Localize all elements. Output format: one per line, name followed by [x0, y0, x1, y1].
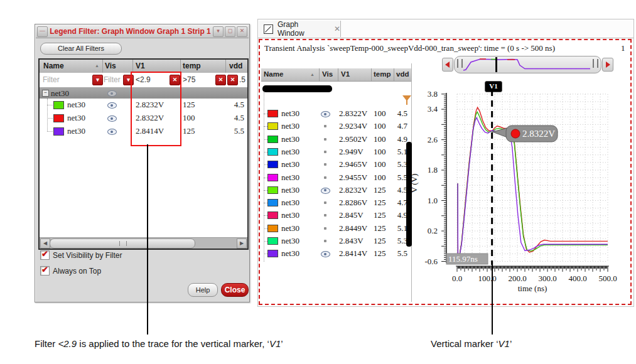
trace-color-swatch: [267, 174, 278, 181]
legend-row[interactable]: net302.8414V1255.5: [261, 247, 410, 260]
visibility-dot-icon[interactable]: [324, 240, 326, 242]
trace-name: net30: [281, 109, 299, 119]
svg-text:2.8322V: 2.8322V: [522, 129, 555, 139]
trace-name: net30: [281, 236, 299, 246]
legend-row[interactable]: net302.8232V1254.5: [261, 184, 410, 196]
vis-filter-input[interactable]: Filter: [104, 75, 121, 84]
visibility-eye-icon[interactable]: [321, 188, 330, 194]
legend-col-name[interactable]: Name: [264, 70, 283, 78]
vdd-filter-clear-icon[interactable]: ✕: [227, 75, 238, 85]
window-menu-icon[interactable]: —: [37, 26, 48, 37]
legend-col-vdd[interactable]: vdd: [396, 70, 409, 78]
maximize-icon[interactable]: ◻: [225, 26, 235, 37]
pan-right-grip[interactable]: [593, 59, 598, 68]
always-on-top-checkbox[interactable]: [40, 266, 50, 276]
vdd-value: 5.5: [394, 173, 407, 183]
visibility-eye-icon[interactable]: [107, 115, 117, 122]
clear-all-filters-button[interactable]: Clear All Filters: [40, 43, 122, 55]
set-visibility-checkbox[interactable]: [40, 250, 50, 260]
screen: — Legend Filter: Graph Window Graph 1 St…: [0, 0, 636, 364]
tab-close-icon[interactable]: ✕: [334, 24, 340, 33]
trace-name: net30: [281, 159, 299, 169]
v1-value: 2.8414V: [339, 249, 367, 259]
temp-value: 125: [374, 249, 386, 259]
svg-text:0.0: 0.0: [452, 274, 462, 283]
visibility-eye-icon[interactable]: [107, 129, 117, 135]
help-button[interactable]: Help: [188, 283, 218, 297]
legend-row[interactable]: net302.8322V1004.5: [261, 107, 410, 120]
collapse-icon[interactable]: −: [42, 90, 49, 97]
legend-row[interactable]: net302.9502V1004.9: [261, 133, 410, 146]
pan-left-icon[interactable]: [442, 58, 453, 72]
col-header-vis[interactable]: Vis: [105, 62, 116, 70]
legend-row[interactable]: net302.9234V1004.7: [261, 120, 410, 132]
visibility-dot-icon[interactable]: [324, 151, 326, 153]
sort-arrow-icon[interactable]: ▲: [95, 63, 99, 68]
temp-value: 125: [183, 126, 195, 136]
scroll-thumb[interactable]: [50, 238, 195, 249]
pan-right-icon[interactable]: [602, 58, 613, 72]
trace-color-swatch: [267, 110, 278, 117]
visibility-dot-icon[interactable]: [324, 227, 326, 230]
v1-value: 2.8449V: [339, 223, 367, 233]
legend-sort-arrow-icon[interactable]: ▲: [310, 72, 315, 77]
scroll-right-icon[interactable]: ▶: [237, 238, 247, 249]
vdd-value: 5.3: [394, 236, 407, 246]
dialog-h-scrollbar[interactable]: ◀ ▶: [40, 237, 247, 249]
tab-graph-window[interactable]: Graph Window ✕: [259, 21, 341, 37]
visibility-eye-icon[interactable]: [107, 102, 117, 109]
trace-color-swatch: [267, 250, 278, 257]
visibility-dot-icon[interactable]: [324, 125, 326, 127]
trace-name: net30: [281, 210, 299, 220]
legend-col-temp[interactable]: temp: [374, 70, 391, 78]
visibility-eye-icon[interactable]: [321, 251, 330, 257]
temp-value: 100: [374, 109, 386, 119]
legend-group-row[interactable]: [262, 85, 332, 92]
col-header-temp[interactable]: temp: [183, 62, 201, 70]
temp-filter-input[interactable]: >75: [183, 75, 195, 84]
callout-line-marker: [492, 264, 493, 335]
legend-col-vis[interactable]: Vis: [322, 70, 333, 78]
legend-row[interactable]: net302.949V1005.1: [261, 146, 410, 158]
name-filter-dropdown-icon[interactable]: ▾: [92, 75, 103, 85]
svg-text:400.0: 400.0: [568, 274, 586, 283]
scroll-left-icon[interactable]: ◀: [40, 238, 50, 249]
visibility-dot-icon[interactable]: [324, 163, 326, 166]
visibility-dot-icon[interactable]: [324, 201, 326, 204]
set-visibility-label: Set Visibility by Filter: [53, 251, 122, 260]
legend-row[interactable]: net302.845V1254.9: [261, 209, 410, 222]
col-header-v1[interactable]: V1: [136, 62, 145, 70]
visibility-dot-icon[interactable]: [324, 214, 326, 217]
temp-value: 100: [374, 147, 386, 157]
legend-row[interactable]: net302.8449V1255.1: [261, 222, 410, 235]
col-header-vdd[interactable]: vdd: [229, 62, 242, 70]
vdd-value: 4.5: [394, 109, 407, 119]
visibility-eye-icon[interactable]: [321, 111, 330, 117]
trace-name: net30: [281, 185, 299, 195]
legend-row[interactable]: net302.9455V1005.5: [261, 171, 410, 184]
plot-svg[interactable]: 3.83.42.61.81.00.2-0.60.0100.0200.0300.0…: [410, 88, 631, 297]
v1-value: 2.9502V: [339, 134, 367, 144]
pan-overview-strip[interactable]: [454, 56, 601, 73]
shade-icon[interactable]: ▾: [213, 26, 224, 37]
close-icon[interactable]: ✕: [237, 26, 247, 37]
vdd-filter-input[interactable]: .5: [239, 75, 245, 84]
legend-col-v1[interactable]: V1: [341, 70, 350, 78]
visibility-dot-icon[interactable]: [324, 176, 326, 179]
legend-row[interactable]: net302.9465V1005.3: [261, 158, 410, 171]
pan-left-grip[interactable]: [457, 59, 463, 68]
col-header-name[interactable]: Name: [43, 62, 64, 70]
svg-text:1.0: 1.0: [428, 196, 438, 205]
svg-text:-0.6: -0.6: [424, 257, 438, 266]
trace-color-swatch: [53, 101, 64, 109]
name-filter-input[interactable]: Filter: [43, 75, 60, 84]
temp-filter-clear-icon[interactable]: ✕: [215, 75, 226, 85]
caption-marker: Vertical marker ‘V1’: [431, 338, 512, 349]
close-button[interactable]: Close: [221, 283, 249, 297]
trace-name: net30: [281, 223, 299, 233]
legend-row[interactable]: net302.8286V1254.7: [261, 196, 410, 209]
visibility-dot-icon[interactable]: [324, 138, 326, 141]
dialog-titlebar[interactable]: — Legend Filter: Graph Window Graph 1 St…: [36, 25, 249, 38]
visibility-eye-icon[interactable]: [107, 90, 117, 97]
legend-row[interactable]: net302.843V1255.3: [261, 235, 410, 247]
